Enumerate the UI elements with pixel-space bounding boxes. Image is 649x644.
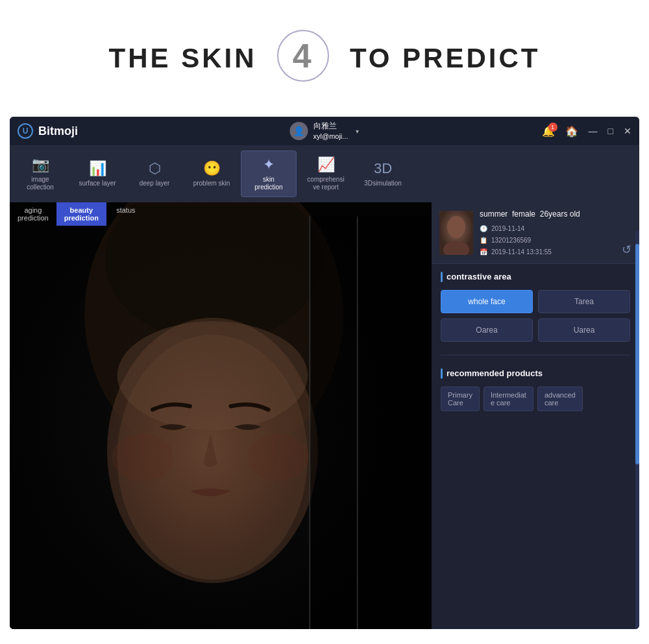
header-title: THE SKIN 4 TO PREDICT xyxy=(109,32,541,84)
svg-rect-12 xyxy=(310,217,356,629)
patient-phone: 13201236569 xyxy=(491,235,531,246)
area-grid: whole faceTareaOareaUarea xyxy=(441,290,630,342)
notification-button[interactable]: 🔔 1 xyxy=(542,125,555,137)
toolbar-item-problem-skin[interactable]: 😶 problem skin xyxy=(184,150,239,197)
logo-icon: U xyxy=(18,123,33,139)
main-area: aging predictionbeauty predictionstatus xyxy=(10,202,639,629)
right-panel-container: summer female 26years old 🕐 2019-11-14 📋… xyxy=(432,202,639,629)
toolbar-item-surface-layer[interactable]: 📊 surface layer xyxy=(69,150,125,197)
toolbar-item-3dsimulation[interactable]: 3D 3Dsimulation xyxy=(355,150,411,197)
patient-age: 26years old xyxy=(540,209,580,219)
calendar-icon: 📅 xyxy=(480,246,487,258)
maximize-button[interactable]: □ xyxy=(608,126,613,136)
tool-label-skin-prediction: skin prediction xyxy=(254,176,282,191)
tool-label-problem-skin: problem skin xyxy=(193,180,230,187)
product-tag-primary-care[interactable]: Primary Care xyxy=(441,387,480,411)
product-tags: Primary CareIntermediat e careadvanced c… xyxy=(441,387,630,416)
patient-name: summer xyxy=(480,209,508,219)
products-title: recommended products xyxy=(441,368,630,379)
tool-label-deep-layer: deep layer xyxy=(140,180,170,187)
svg-rect-10 xyxy=(309,217,310,629)
contrastive-section: contrastive area whole faceTareaOareaUar… xyxy=(432,264,639,350)
minimize-button[interactable]: — xyxy=(589,126,598,136)
username-display: 向雅兰 xyxy=(313,121,349,132)
toolbar: 📷 image collection 📊 surface layer ⬡ dee… xyxy=(10,145,639,202)
notification-badge: 1 xyxy=(548,123,557,132)
close-button[interactable]: ✕ xyxy=(624,126,631,136)
patient-phone-row: 📋 13201236569 xyxy=(480,235,615,246)
contrastive-title: contrastive area xyxy=(441,272,630,282)
image-tab-status[interactable]: status xyxy=(106,202,145,226)
tool-icon-3dsimulation: 3D xyxy=(374,160,392,177)
patient-gender: female xyxy=(512,209,535,219)
tool-icon-surface-layer: 📊 xyxy=(89,160,106,177)
tool-icon-image-collection: 📷 xyxy=(32,156,49,173)
contrastive-title-text: contrastive area xyxy=(447,272,511,281)
back-button[interactable]: ↺ xyxy=(622,243,631,258)
title-part1: THE SKIN xyxy=(109,43,257,74)
right-panel: summer female 26years old 🕐 2019-11-14 📋… xyxy=(432,202,639,424)
patient-name-row: summer female 26years old xyxy=(480,208,615,222)
step-number: 4 xyxy=(277,30,329,82)
svg-point-15 xyxy=(447,216,465,238)
product-tag-intermediate-care[interactable]: Intermediat e care xyxy=(484,387,533,411)
avatar: 👤 xyxy=(290,122,308,140)
tool-icon-deep-layer: ⬡ xyxy=(149,160,161,177)
tool-label-comprehensive-report: comprehensi ve report xyxy=(307,176,344,191)
patient-date1-row: 🕐 2019-11-14 xyxy=(480,223,615,235)
tool-icon-problem-skin: 😶 xyxy=(203,160,221,177)
tool-label-3dsimulation: 3Dsimulation xyxy=(364,180,402,187)
app-logo: U Bitmoji xyxy=(18,123,78,139)
area-btn-oarea[interactable]: Oarea xyxy=(441,318,533,342)
home-button[interactable]: 🏠 xyxy=(565,125,578,137)
title-bar-controls: 🔔 1 🏠 — □ ✕ xyxy=(542,125,631,137)
products-bar-icon xyxy=(441,368,443,379)
tool-label-surface-layer: surface layer xyxy=(79,180,116,187)
tool-icon-skin-prediction: ✦ xyxy=(263,156,275,173)
svg-rect-11 xyxy=(357,217,358,629)
image-panel: aging predictionbeauty predictionstatus xyxy=(10,202,432,629)
patient-date1: 2019-11-14 xyxy=(491,223,524,235)
user-info: 向雅兰 xyl@moji... xyxy=(313,121,349,141)
patient-info-bar: summer female 26years old 🕐 2019-11-14 📋… xyxy=(432,202,639,264)
products-section: recommended products Primary CareInterme… xyxy=(432,361,639,424)
title-bar-user: 👤 向雅兰 xyl@moji... ▾ xyxy=(290,121,360,141)
svg-rect-13 xyxy=(358,217,432,629)
section-bar-icon xyxy=(441,272,443,282)
header-section: THE SKIN 4 TO PREDICT xyxy=(0,0,649,117)
phone-icon: 📋 xyxy=(480,235,487,246)
toolbar-item-comprehensive-report[interactable]: 📈 comprehensi ve report xyxy=(298,150,354,197)
patient-details: summer female 26years old 🕐 2019-11-14 📋… xyxy=(480,208,615,258)
tool-icon-comprehensive-report: 📈 xyxy=(317,156,335,173)
title-bar: U Bitmoji 👤 向雅兰 xyl@moji... ▾ 🔔 1 🏠 — □ … xyxy=(10,117,639,145)
area-btn-whole-face[interactable]: whole face xyxy=(441,290,533,313)
products-title-text: recommended products xyxy=(447,368,543,378)
tool-label-image-collection: image collection xyxy=(27,176,54,191)
area-btn-uarea[interactable]: Uarea xyxy=(538,318,630,342)
toolbar-item-image-collection[interactable]: 📷 image collection xyxy=(12,150,68,197)
patient-date2: 2019-11-14 13:31:55 xyxy=(491,246,552,258)
toolbar-item-deep-layer[interactable]: ⬡ deep layer xyxy=(127,150,182,197)
title-part2: TO PREDICT xyxy=(350,43,541,74)
area-btn-tarea[interactable]: Tarea xyxy=(538,290,630,313)
toolbar-item-skin-prediction[interactable]: ✦ skin prediction xyxy=(241,150,297,197)
product-tag-advanced-care[interactable]: advanced care xyxy=(537,387,583,411)
app-window: U Bitmoji 👤 向雅兰 xyl@moji... ▾ 🔔 1 🏠 — □ … xyxy=(10,117,639,629)
image-tab-aging-prediction[interactable]: aging prediction xyxy=(10,202,56,226)
patient-date2-row: 📅 2019-11-14 13:31:55 xyxy=(480,246,615,258)
app-name: Bitmoji xyxy=(38,125,78,138)
patient-avatar xyxy=(439,211,473,255)
face-canvas xyxy=(10,202,432,629)
image-tab-beauty-prediction[interactable]: beauty prediction xyxy=(56,202,106,226)
scrollbar-thumb[interactable] xyxy=(635,244,639,464)
dropdown-arrow-icon[interactable]: ▾ xyxy=(356,128,359,135)
clock-icon: 🕐 xyxy=(480,223,487,235)
separator xyxy=(441,355,630,355)
email-display: xyl@moji... xyxy=(313,132,349,141)
scrollbar-track[interactable] xyxy=(635,231,639,629)
image-tabs: aging predictionbeauty predictionstatus xyxy=(10,202,432,226)
